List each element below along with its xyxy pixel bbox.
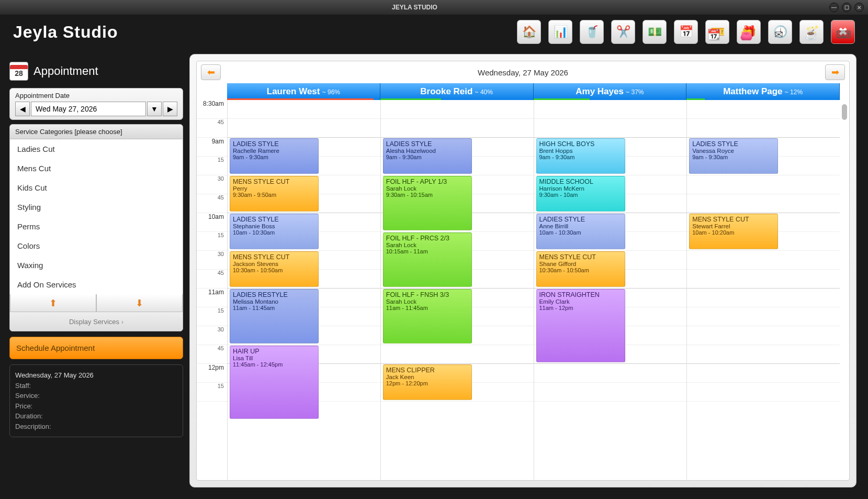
time-label: 12pm bbox=[197, 364, 227, 383]
service-item[interactable]: Add On Services bbox=[10, 275, 183, 294]
day-column[interactable]: LADIES STYLERachelle Ramere9am - 9:30amM… bbox=[227, 100, 380, 480]
appointment-event[interactable]: FOIL HLF - APLY 1/3Sarah Lock9:30am - 10… bbox=[383, 176, 472, 230]
info-panel: Wednesday, 27 May 2026 Staff:Service:Pri… bbox=[9, 364, 183, 437]
service-list[interactable]: Ladies CutMens CutKids CutStylingPermsCo… bbox=[10, 139, 183, 294]
date-input[interactable] bbox=[31, 102, 146, 116]
appointment-event[interactable]: MENS STYLE CUTPerry9:30am - 9:50am bbox=[230, 176, 319, 212]
service-item[interactable]: Colors bbox=[10, 236, 183, 256]
time-label: 11am bbox=[197, 289, 227, 307]
time-label: 10am bbox=[197, 213, 227, 232]
appointment-event[interactable]: LADIES STYLEAnne Birrill10am - 10:30am bbox=[536, 214, 625, 249]
staff-column-header[interactable]: Amy Hayes ~ 37% bbox=[534, 83, 687, 100]
appointment-icon: 28 bbox=[9, 62, 28, 81]
staff-column-header[interactable]: Brooke Reid ~ 40% bbox=[380, 83, 534, 100]
info-field: Description: bbox=[15, 422, 177, 432]
appointment-event[interactable]: HAIR UPLisa Till11:45am - 12:45pm bbox=[230, 346, 319, 419]
service-down-button[interactable]: ⬇ bbox=[96, 294, 183, 312]
appointment-event[interactable]: FOIL HLF - FNSH 3/3Sarah Lock11am - 11:4… bbox=[383, 289, 472, 343]
service-item[interactable]: Mens Cut bbox=[10, 159, 183, 178]
date-next-button[interactable]: ▶ bbox=[163, 102, 177, 116]
appointment-event[interactable]: MENS STYLE CUTStewart Farrel10am - 10:20… bbox=[689, 214, 778, 249]
service-item[interactable]: Perms bbox=[10, 217, 183, 236]
staff-column-header[interactable]: Matthew Page ~ 12% bbox=[686, 83, 840, 100]
wallet-icon[interactable]: 👛 bbox=[739, 27, 753, 42]
close-button[interactable]: ✕ bbox=[854, 3, 864, 12]
time-label: 15 bbox=[197, 307, 227, 326]
time-label: 45 bbox=[197, 119, 227, 138]
appointment-event[interactable]: LADIES STYLEVanessa Royce9am - 9:30am bbox=[689, 138, 778, 174]
mail-icon[interactable]: ✉ bbox=[771, 27, 786, 42]
time-column: 8:30am459am15304510am15304511am15304512p… bbox=[197, 100, 227, 480]
service-categories-panel: Service Categories [please choose] Ladie… bbox=[9, 124, 183, 331]
coffee-icon[interactable]: ☕ bbox=[804, 27, 818, 42]
money-icon[interactable]: 💵 bbox=[642, 20, 667, 44]
date-dropdown-button[interactable]: ▼ bbox=[147, 102, 162, 116]
day-column[interactable]: LADIES STYLEVanessa Royce9am - 9:30amMEN… bbox=[686, 100, 840, 480]
cal-next-button[interactable]: ➡ bbox=[825, 64, 845, 80]
time-label: 30 bbox=[197, 175, 227, 194]
time-label: 9am bbox=[197, 138, 227, 157]
keyboard-icon[interactable]: ⌨ bbox=[836, 27, 851, 42]
display-services-button[interactable]: Display Services › bbox=[10, 312, 183, 331]
day-columns: LADIES STYLERachelle Ramere9am - 9:30amM… bbox=[227, 100, 840, 480]
time-label: 45 bbox=[197, 345, 227, 364]
time-label: 45 bbox=[197, 194, 227, 213]
date-label: Appointment Date bbox=[15, 92, 177, 99]
day-column[interactable]: HIGH SCHL BOYSBrent Hopps9am - 9:30amMID… bbox=[534, 100, 687, 480]
time-label: 45 bbox=[197, 270, 227, 289]
appointment-event[interactable]: MENS STYLE CUTShane Gifford10:30am - 10:… bbox=[536, 251, 625, 287]
info-field: Price: bbox=[15, 401, 177, 412]
appointment-event[interactable]: LADIES STYLEAlesha Hazelwood9am - 9:30am bbox=[383, 138, 472, 174]
date-prev-button[interactable]: ◀ bbox=[15, 102, 30, 116]
appointment-event[interactable]: LADIES STYLERachelle Ramere9am - 9:30am bbox=[230, 138, 319, 174]
maximize-button[interactable]: ☐ bbox=[842, 3, 851, 12]
appointment-event[interactable]: HIGH SCHL BOYSBrent Hopps9am - 9:30am bbox=[536, 138, 625, 174]
time-label: 15 bbox=[197, 383, 227, 402]
cal-prev-button[interactable]: ⬅ bbox=[201, 64, 221, 80]
service-item[interactable]: Kids Cut bbox=[10, 178, 183, 197]
time-label: 15 bbox=[197, 232, 227, 251]
service-item[interactable]: Styling bbox=[10, 197, 183, 217]
appointment-event[interactable]: MIDDLE SCHOOLHarrison McKern9:30am - 10a… bbox=[536, 176, 625, 212]
calendar-icon[interactable]: 📅 bbox=[674, 20, 698, 44]
drink-icon[interactable]: 🥤 bbox=[580, 20, 604, 44]
info-field: Duration: bbox=[15, 411, 177, 422]
info-date: Wednesday, 27 May 2026 bbox=[15, 370, 177, 381]
schedule-appointment-button[interactable]: Schedule Appointment bbox=[9, 337, 183, 359]
info-field: Service: bbox=[15, 391, 177, 401]
report-icon[interactable]: 📊 bbox=[548, 20, 572, 44]
time-label: 30 bbox=[197, 326, 227, 345]
appointment-event[interactable]: MENS STYLE CUTJackson Stevens10:30am - 1… bbox=[230, 251, 319, 287]
calendar-add-icon[interactable]: 📆 bbox=[706, 27, 721, 42]
appointment-event[interactable]: MENS CLIPPERJack Keen12pm - 12:20pm bbox=[383, 364, 472, 400]
time-label: 8:30am bbox=[197, 100, 227, 119]
appointment-event[interactable]: LADIES RESTYLEMelissa Montano11am - 11:4… bbox=[230, 289, 319, 343]
window-title: JEYLA STUDIO bbox=[0, 4, 829, 11]
minimize-button[interactable]: — bbox=[829, 3, 839, 12]
app-logo: Jeyla Studio bbox=[13, 23, 118, 42]
service-up-button[interactable]: ⬆ bbox=[10, 294, 96, 312]
service-item[interactable]: Waxing bbox=[10, 256, 183, 275]
section-title: Appointment bbox=[33, 64, 98, 78]
info-field: Staff: bbox=[15, 381, 177, 391]
window-titlebar: JEYLA STUDIO — ☐ ✕ bbox=[0, 0, 868, 15]
staff-header-row: Lauren West ~ 96%Brooke Reid ~ 40%Amy Ha… bbox=[227, 83, 840, 100]
appointment-event[interactable]: LADIES STYLEStephanie Boss10am - 10:30am bbox=[230, 214, 319, 249]
time-label: 15 bbox=[197, 157, 227, 175]
home-icon[interactable]: 🏠 bbox=[517, 20, 541, 44]
date-panel: Appointment Date ◀ ▼ ▶ bbox=[9, 88, 183, 120]
cal-title: Wednesday, 27 May 2026 bbox=[221, 68, 825, 77]
day-column[interactable]: LADIES STYLEAlesha Hazelwood9am - 9:30am… bbox=[380, 100, 534, 480]
appointment-event[interactable]: FOIL HLF - PRCS 2/3Sarah Lock10:15am - 1… bbox=[383, 232, 472, 287]
scrollbar-thumb[interactable] bbox=[842, 104, 847, 120]
service-item[interactable]: Ladies Cut bbox=[10, 139, 183, 159]
scissors-icon[interactable]: ✂️ bbox=[611, 20, 635, 44]
time-label: 30 bbox=[197, 251, 227, 270]
calendar-main: 📆 👛 ✉ ☕ ⌨ ⬅ Wednesday, 27 May 2026 ➡ Lau… bbox=[189, 54, 856, 487]
appointment-event[interactable]: IRON STRAIGHTENEmily Clark11am - 12pm bbox=[536, 289, 625, 362]
staff-column-header[interactable]: Lauren West ~ 96% bbox=[227, 83, 380, 100]
service-header: Service Categories [please choose] bbox=[10, 125, 183, 139]
